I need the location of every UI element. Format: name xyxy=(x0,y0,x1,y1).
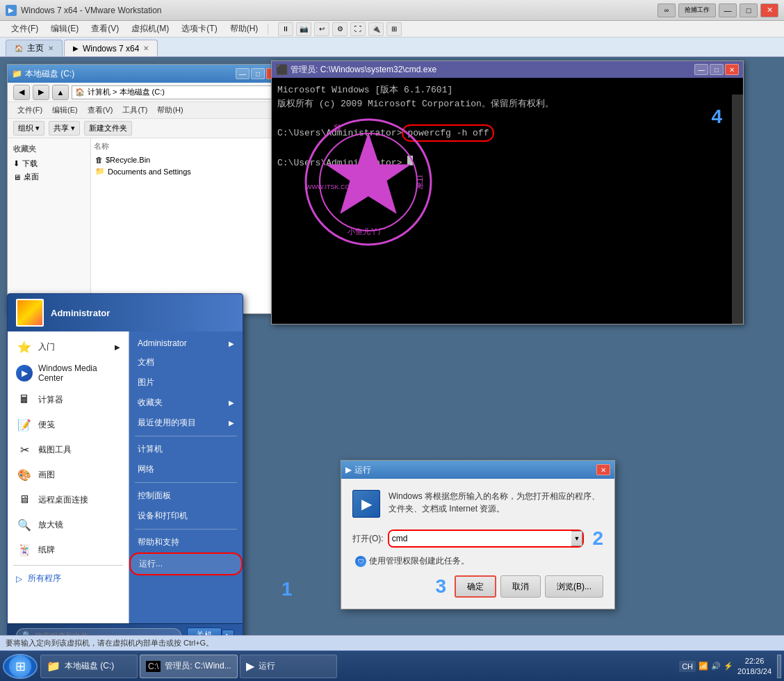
run-input[interactable] xyxy=(389,531,572,546)
explorer-maximize[interactable]: □ xyxy=(251,68,265,79)
start-item-solitaire[interactable]: 🃏 纸牌 xyxy=(8,537,129,562)
start-item-devices[interactable]: 设备和打印机 xyxy=(129,506,243,526)
taskbar-clock[interactable]: 22:26 2018/3/24 xyxy=(737,656,771,676)
start-item-rdp[interactable]: 🖥 远程桌面连接 xyxy=(8,487,129,512)
cmd-close[interactable]: ✕ xyxy=(725,64,739,75)
explorer-minimize[interactable]: — xyxy=(236,68,250,79)
uac-row: 🛡 使用管理权限创建此任务。 xyxy=(352,555,603,567)
browse-btn[interactable]: 浏览(B)... xyxy=(545,575,603,598)
taskbar-tray: CH 📶 🔊 ⚡ xyxy=(679,661,733,672)
clock-time: 22:26 xyxy=(737,656,771,666)
cancel-btn[interactable]: 取消 xyxy=(500,575,541,598)
taskbar-item-explorer[interactable]: 📁 本地磁盘 (C:) xyxy=(40,655,138,678)
cmd-maximize[interactable]: □ xyxy=(710,64,724,75)
start-menu-right: Administrator ▶ 文档 图片 收藏夹 ▶ 最近使用的项目 xyxy=(129,331,243,623)
file-recycle[interactable]: 🗑 $Recycle.Bin xyxy=(94,154,281,165)
capture-btn[interactable]: 抢捕工作 xyxy=(678,3,716,17)
pause-btn[interactable]: ⏸ xyxy=(278,22,293,36)
start-item-run[interactable]: 运行... xyxy=(129,552,243,575)
view-btn[interactable]: ⊞ xyxy=(386,22,402,36)
start-item-recent[interactable]: 最近使用的项目 ▶ xyxy=(129,413,243,433)
revert-btn[interactable]: ↩ xyxy=(314,22,329,36)
organize-btn[interactable]: 组织 ▾ xyxy=(13,121,44,136)
cmd-minimize[interactable]: — xyxy=(694,64,708,75)
exp-tools[interactable]: 工具(T) xyxy=(118,104,152,117)
menu-tabs[interactable]: 选项卡(T) xyxy=(176,22,222,36)
maximize-btn[interactable]: □ xyxy=(740,3,758,17)
cmd-line-5 xyxy=(277,142,737,156)
favs-arrow: ▶ xyxy=(229,399,234,407)
start-item-docs[interactable]: 文档 xyxy=(129,352,243,372)
start-item-wmc[interactable]: ▶ Windows Media Center xyxy=(8,359,129,387)
exp-view[interactable]: 查看(V) xyxy=(83,104,117,117)
start-item-control[interactable]: 控制面板 xyxy=(129,486,243,506)
file-docs[interactable]: 📁 Documents and Settings xyxy=(94,165,281,177)
new-folder-btn[interactable]: 新建文件夹 xyxy=(84,121,132,136)
start-item-paint[interactable]: 🎨 画图 xyxy=(8,462,129,487)
start-item-intro[interactable]: ⭐ 入门 ▶ xyxy=(8,334,129,359)
share-btn[interactable]: 共享 ▾ xyxy=(49,121,80,136)
cmd-icon: ⬛ xyxy=(276,64,288,75)
taskbar-run-label: 运行 xyxy=(259,660,275,672)
sidebar-desktop[interactable]: 🖥 桌面 xyxy=(10,170,88,183)
exp-help[interactable]: 帮助(H) xyxy=(153,104,187,117)
close-btn[interactable]: ✕ xyxy=(760,3,778,17)
tab-home-close[interactable]: ✕ xyxy=(48,44,54,52)
start-item-helpsupp[interactable]: 帮助和支持 xyxy=(129,532,243,552)
start-item-snip[interactable]: ✂ 截图工具 xyxy=(8,437,129,462)
start-item-computer[interactable]: 计算机 xyxy=(129,439,243,459)
show-desktop-btn[interactable] xyxy=(777,655,781,678)
fullscreen-btn[interactable]: ⛶ xyxy=(350,22,366,36)
recycle-icon: 🗑 xyxy=(95,156,103,164)
sidebar-download[interactable]: ⬇ 下载 xyxy=(10,157,88,170)
dialog-top: ▶ Windows 将根据您所输入的名称，为您打开相应的程序、文件夹、文档或 I… xyxy=(352,490,603,518)
exp-edit[interactable]: 编辑(E) xyxy=(48,104,82,117)
start-item-magnify[interactable]: 🔍 放大镜 xyxy=(8,512,129,537)
start-item-pics[interactable]: 图片 xyxy=(129,372,243,393)
status-bar: 要将输入定向到该虚拟机，请在虚拟机内部单击或按 Ctrl+G。 xyxy=(0,635,784,650)
menu-vm[interactable]: 虚拟机(M) xyxy=(126,22,174,36)
forward-btn[interactable]: ▶ xyxy=(33,85,49,100)
home-icon: 🏠 xyxy=(15,44,23,52)
snapshot-btn[interactable]: 📷 xyxy=(296,22,311,36)
tab-win7-close[interactable]: ✕ xyxy=(143,44,149,52)
start-item-notes[interactable]: 📝 便笺 xyxy=(8,412,129,437)
cmd-highlight: powercfg -h off xyxy=(402,124,494,142)
confirm-btn[interactable]: 确定 xyxy=(455,575,496,598)
start-button[interactable]: ⊞ xyxy=(3,654,38,679)
menu-help[interactable]: 帮助(H) xyxy=(224,22,264,36)
start-item-favs[interactable]: 收藏夹 ▶ xyxy=(129,393,243,413)
taskbar-right: CH 📶 🔊 ⚡ 22:26 2018/3/24 xyxy=(679,655,781,678)
recycle-label: $Recycle.Bin xyxy=(106,156,150,164)
usb-btn[interactable]: 🔌 xyxy=(368,22,384,36)
cmd-title: 管理员: C:\Windows\system32\cmd.exe xyxy=(291,64,436,76)
minimize-btn[interactable]: — xyxy=(719,3,737,17)
infinity-btn[interactable]: ∞ xyxy=(658,3,676,17)
start-item-network[interactable]: 网络 xyxy=(129,459,243,479)
start-item-calc[interactable]: 🖩 计算器 xyxy=(8,387,129,412)
dialog-run-icon: ▶ xyxy=(352,490,380,518)
back-btn[interactable]: ◀ xyxy=(13,85,30,100)
run-dropdown[interactable]: ▼ xyxy=(571,531,582,546)
taskbar-item-cmd[interactable]: C:\ 管理员: C:\Wind... xyxy=(140,655,238,678)
menu-file[interactable]: 文件(F) xyxy=(6,22,44,36)
intro-arrow: ▶ xyxy=(115,343,120,351)
tab-home[interactable]: 🏠 主页 ✕ xyxy=(6,40,63,56)
exp-file[interactable]: 文件(F) xyxy=(13,104,47,117)
start-item-admin[interactable]: Administrator ▶ xyxy=(129,334,243,352)
run-dialog-icon: ▶ xyxy=(345,465,352,475)
explorer-body: 收藏夹 ⬇ 下载 🖥 桌面 名称 🗑 xyxy=(8,138,284,313)
cmd-scrollbar[interactable] xyxy=(732,95,743,324)
menu-view[interactable]: 查看(V) xyxy=(85,22,124,36)
address-bar[interactable]: 🏠 计算机 > 本地磁盘 (C:) xyxy=(72,85,279,99)
explorer-file-list: 名称 🗑 $Recycle.Bin 📁 Documents and Settin… xyxy=(91,138,284,313)
settings-btn[interactable]: ⚙ xyxy=(332,22,348,36)
run-dialog-close[interactable]: ✕ xyxy=(596,464,610,475)
taskbar-item-run[interactable]: ▶ 运行 xyxy=(240,655,337,678)
tab-win7[interactable]: ▶ Windows 7 x64 ✕ xyxy=(64,40,158,56)
start-item-all-programs[interactable]: ▷ 所有程序 xyxy=(8,568,129,589)
menu-separator xyxy=(268,24,268,35)
up-btn[interactable]: ▲ xyxy=(52,85,69,100)
menu-edit[interactable]: 编辑(E) xyxy=(45,22,84,36)
admin-label: Administrator xyxy=(138,338,187,348)
